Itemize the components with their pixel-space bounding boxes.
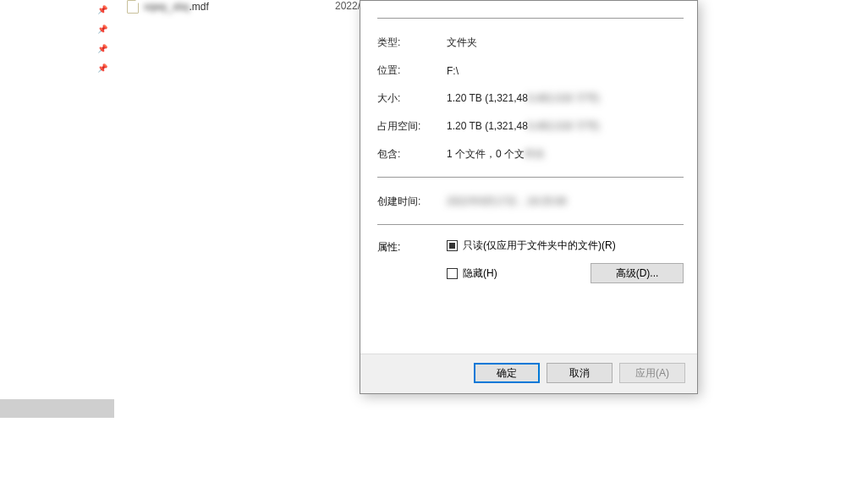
readonly-checkbox-row[interactable]: 只读(仅应用于文件夹中的文件)(R) — [447, 239, 684, 253]
row-contains: 包含: 1 个文件，0 个文件夹 — [377, 140, 684, 168]
nav-selection[interactable] — [0, 399, 114, 418]
file-icon — [127, 0, 139, 14]
value-location: F:\ — [447, 65, 684, 77]
divider — [377, 224, 684, 225]
row-size: 大小: 1.20 TB (1,321,480,462,016 字节) — [377, 85, 684, 112]
dialog-footer: 确定 取消 应用(A) — [360, 354, 697, 393]
row-location: 位置: F:\ — [377, 57, 684, 85]
row-attributes: 属性: 只读(仅应用于文件夹中的文件)(R) 隐藏(H) 高级(D)... — [377, 235, 684, 283]
value-size-on-disk: 1.20 TB (1,321,480,462,016 字节) — [447, 119, 684, 134]
label-attributes: 属性: — [377, 239, 447, 283]
hidden-checkbox[interactable] — [447, 268, 458, 279]
readonly-label: 只读(仅应用于文件夹中的文件)(R) — [463, 239, 616, 253]
file-date: 2022/ — [335, 0, 360, 12]
divider — [377, 18, 684, 19]
row-created: 创建时间: 2022年9月17日，19:25:08 — [377, 188, 684, 216]
pin-icon: 📌 — [0, 19, 114, 39]
pin-icon: 📌 — [0, 39, 114, 58]
value-type: 文件夹 — [447, 36, 684, 50]
properties-dialog: 类型: 文件夹 位置: F:\ 大小: 1.20 TB (1,321,480,4… — [360, 0, 698, 394]
apply-button[interactable]: 应用(A) — [619, 363, 685, 383]
cancel-button[interactable]: 取消 — [547, 363, 613, 383]
advanced-button[interactable]: 高级(D)... — [591, 263, 684, 283]
hidden-checkbox-row[interactable]: 隐藏(H) — [447, 266, 497, 281]
label-size: 大小: — [377, 91, 447, 106]
label-location: 位置: — [377, 63, 447, 78]
row-size-on-disk: 占用空间: 1.20 TB (1,321,480,462,016 字节) — [377, 112, 684, 140]
readonly-checkbox[interactable] — [447, 240, 458, 251]
nav-pane: 📌 📌 📌 📌 — [0, 0, 114, 488]
hidden-label: 隐藏(H) — [463, 266, 497, 281]
file-name: xqwy_xbq.mdf — [144, 1, 209, 13]
value-size: 1.20 TB (1,321,480,462,016 字节) — [447, 91, 684, 106]
pin-icon: 📌 — [0, 0, 114, 19]
file-row[interactable]: xqwy_xbq.mdf — [127, 0, 209, 14]
pin-icon: 📌 — [0, 58, 114, 78]
label-size-on-disk: 占用空间: — [377, 119, 447, 134]
value-contains: 1 个文件，0 个文件夹 — [447, 147, 684, 162]
label-contains: 包含: — [377, 147, 447, 162]
row-type: 类型: 文件夹 — [377, 29, 684, 57]
value-created: 2022年9月17日，19:25:08 — [447, 195, 684, 209]
ok-button[interactable]: 确定 — [474, 363, 540, 383]
label-created: 创建时间: — [377, 195, 447, 209]
label-type: 类型: — [377, 36, 447, 50]
divider — [377, 177, 684, 178]
